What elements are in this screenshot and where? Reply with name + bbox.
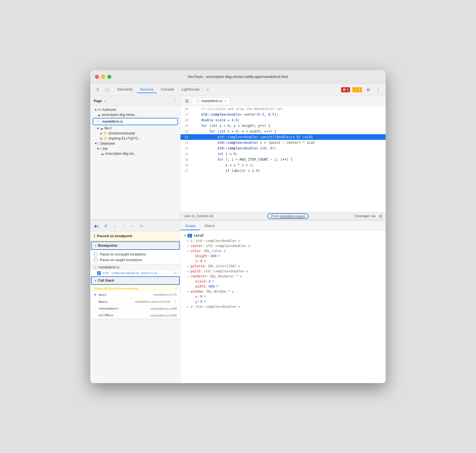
error-icon: ✖ xyxy=(343,88,346,92)
minimize-button[interactable] xyxy=(101,75,105,79)
tree-item-emscripten2[interactable]: ☁ emscripten-dbg-sto... xyxy=(90,151,180,156)
exception-item-uncaught[interactable]: Pause on uncaught exceptions xyxy=(94,252,177,257)
tab-console[interactable]: Console xyxy=(157,86,178,93)
source-origin: (From mandelbrot.wasm) xyxy=(267,213,309,219)
expand2-icon: ▸ xyxy=(101,131,102,135)
settings-icon[interactable]: ⚙ xyxy=(364,86,372,94)
devtools-window: DevTools - emscripten-dbg-stories.netlif… xyxy=(90,70,386,383)
caught-checkbox[interactable] xyxy=(94,258,97,262)
exception-item-caught[interactable]: Pause on caught exceptions xyxy=(94,257,177,263)
info-icon: ℹ xyxy=(94,234,95,238)
call-frame-callmain[interactable]: callMain mandelbrot.js:9256 xyxy=(90,312,180,319)
coverage-label: Coverage: n/a xyxy=(354,214,375,218)
breakpoint-file: ⊡ mandelbrot.cc xyxy=(90,264,180,270)
call-frame-main[interactable]: ➤ main mandelbrot.cc:31 xyxy=(90,291,180,298)
step-out-button[interactable]: ↑ xyxy=(120,222,128,230)
top-area: Page » ⋮ ▾ <> Authored ☁ emscripten-dbg-… xyxy=(90,96,386,220)
code-tab-mandelbrot[interactable]: 📄 mandelbrot.cc ✕ xyxy=(192,98,230,104)
tab-file-icon: 📄 xyxy=(195,99,200,103)
step-over-button[interactable]: ↺ xyxy=(102,222,110,230)
maximize-button[interactable] xyxy=(107,75,111,79)
scope-item-renderer[interactable]: ▸ renderer: SDL_Renderer * ⊞ xyxy=(181,274,386,279)
tab-close-icon[interactable]: ✕ xyxy=(224,100,226,103)
tree-item-authored[interactable]: ▾ <> Authored xyxy=(90,107,180,112)
tab-lighthouse[interactable]: Lighthouse xyxy=(178,86,203,93)
scope-item-color[interactable]: ▸ color: SDL_Color ⊞ xyxy=(181,248,386,254)
scope-content: ▾ L Local ▸ c: std::complex<double> ⊞ ▸ xyxy=(181,230,386,383)
breakpoints-section-header[interactable]: ▾ Breakpoints xyxy=(91,241,180,250)
scope-item-z[interactable]: ▸ z: std::complex<double> ⊞ xyxy=(181,304,386,309)
warning-badge[interactable]: ⚠ 5 xyxy=(352,87,362,92)
tree-item-top[interactable]: ▾ □ top xyxy=(90,146,180,151)
tab-sources[interactable]: Sources xyxy=(137,86,157,93)
scope-item-point[interactable]: ▸ point: std::complex<double> ⊞ xyxy=(181,269,386,274)
code-line-26: 26 // Calculate and draw the Mandelbrot … xyxy=(181,106,386,112)
scope-expand-icon: ▾ xyxy=(184,234,186,237)
scope-item-c[interactable]: ▸ c: std::complex<double> ⊞ xyxy=(181,238,386,243)
scope-item-palette[interactable]: ▸ palette: SDL_Color[256] ⊞ xyxy=(181,264,386,269)
step-into-button[interactable]: ↓ xyxy=(111,222,119,230)
bp-checkbox[interactable] xyxy=(97,271,101,275)
call-stack-section: ▾ Call Stack Some call frames have warni… xyxy=(90,276,180,319)
tree-item-install[interactable]: ▸ 📁 b/s/w/ir/x/w/install xyxy=(90,131,180,136)
code-line-32: 32 std::complex<double> c = (point − cen… xyxy=(181,140,386,145)
uncaught-checkbox[interactable] xyxy=(94,253,97,256)
warning-text: Some call frames have warnings xyxy=(94,287,139,290)
call-frame-anonymous[interactable]: (anonymous) mandelbrot.js:1488 xyxy=(90,305,180,312)
file-tree: ▾ <> Authored ☁ emscripten-dbg-storie...… xyxy=(90,106,180,220)
resume-button[interactable]: ▶| xyxy=(93,222,101,230)
tree-item-tmp[interactable]: ▸ 📁 tmp/tmp.ELcTq2YC... xyxy=(90,136,180,141)
folder2-icon: 📁 xyxy=(103,136,108,140)
tree-item-mandelbrot-cc[interactable]: 📄 mandelbrot.cc xyxy=(93,118,178,125)
call-stack-header[interactable]: ▾ Call Stack xyxy=(91,276,180,285)
tab-elements[interactable]: Elements xyxy=(114,86,136,93)
breakpoint-filename: mandelbrot.cc xyxy=(98,265,119,269)
code-line-30: 30 for (int x = 0; x < width; x++) { xyxy=(181,129,386,134)
titlebar: DevTools - emscripten-dbg-stories.netlif… xyxy=(90,70,386,84)
tree-item-emscripten[interactable]: ☁ emscripten-dbg-storie... xyxy=(90,112,180,117)
tab-watch[interactable]: Watch xyxy=(200,222,219,230)
tab-more[interactable]: » xyxy=(203,86,212,93)
tab-scope[interactable]: Scope xyxy=(181,222,200,230)
warning-count: 5 xyxy=(358,88,360,92)
debug-panel: ▶| ↺ ↓ ↑ → ⊘ ℹ Paused on breakpoint ▾ Br… xyxy=(90,220,181,383)
cursor-icon[interactable]: ⠿ xyxy=(94,86,102,94)
call-stack-arrow: ▾ xyxy=(95,279,96,282)
scope-tabs: Scope Watch xyxy=(181,220,386,230)
scope-item-window[interactable]: ▸ window: SDL_Window * ⊞ xyxy=(181,289,386,294)
scope-item-i: i: 0 ⊞ xyxy=(181,259,386,264)
scope-item-center[interactable]: ▸ center: std::complex<double> ⊞ xyxy=(181,243,386,248)
scope-local-header[interactable]: ▾ L Local xyxy=(181,233,386,238)
breakpoints-title: Breakpoints xyxy=(98,244,117,248)
tree-item-file[interactable]: ▾ ☁ file:// xyxy=(90,126,180,131)
breakpoint-file-icon: ⊡ xyxy=(94,265,97,269)
scope-item-scale: scale: 4 ⊞ xyxy=(181,279,386,284)
error-badge[interactable]: ✖ 1 xyxy=(341,87,350,92)
uncaught-label: Pause on uncaught exceptions xyxy=(100,252,146,256)
step-button[interactable]: → xyxy=(129,222,137,230)
breakpoint-item[interactable]: std::complex<double> point((d... 31 xyxy=(90,270,180,276)
call-stack-warning: Some call frames have warnings ⚠ xyxy=(90,285,180,291)
toolbar-right: ✖ 1 ⚠ 5 ⚙ ⋮ xyxy=(341,86,382,94)
close-button[interactable] xyxy=(95,75,99,79)
paused-banner: ℹ Paused on breakpoint xyxy=(90,232,180,241)
panel-more[interactable]: » xyxy=(104,99,106,103)
more-icon[interactable]: ⋮ xyxy=(374,86,382,94)
code-area[interactable]: 26 // Calculate and draw the Mandelbrot … xyxy=(181,106,386,212)
status-bar: Line 31, Column 42 (From mandelbrot.wasm… xyxy=(181,212,386,220)
panel-options[interactable]: ⋮ xyxy=(172,98,177,104)
traffic-lights xyxy=(95,75,111,79)
scope-local-section: ▾ L Local ▸ c: std::complex<double> ⊞ ▸ xyxy=(181,233,386,309)
deactivate-button[interactable]: ⊘ xyxy=(138,222,146,230)
code-line-31: 31 std::complex<double> ▷point((double)▷… xyxy=(181,134,386,140)
breakpoints-arrow: ▾ xyxy=(95,244,96,247)
call-frame-smain[interactable]: $main mandelbrot.wasm:0x4118 ⚠ xyxy=(90,298,180,305)
cloud3-icon: ☁ xyxy=(101,152,104,156)
sidebar-toggle-icon[interactable]: ⊟ xyxy=(183,97,191,105)
tab-label: mandelbrot.cc xyxy=(201,99,223,103)
frame-warn-icon: ⚠ xyxy=(174,300,177,304)
device-icon[interactable]: ⬜ xyxy=(103,86,111,94)
tree-item-deployed[interactable]: ▾ □ Deployed xyxy=(90,141,180,146)
call-stack-title: Call Stack xyxy=(98,279,114,282)
panel-icon[interactable]: ⊟ xyxy=(379,214,382,218)
